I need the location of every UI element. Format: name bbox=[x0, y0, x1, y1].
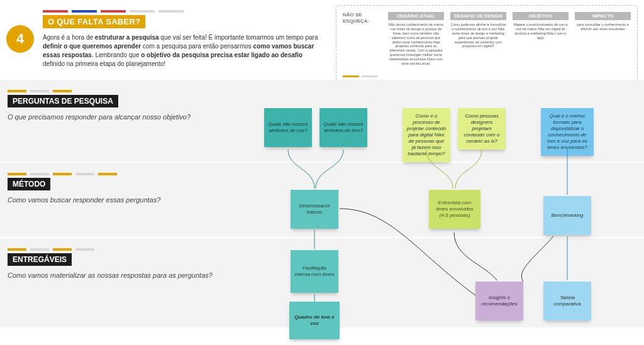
note-m-desk[interactable]: Deskresearch interno bbox=[291, 190, 338, 229]
band-heading: PERGUNTAS DE PESQUISA bbox=[8, 95, 118, 107]
note-e-insight[interactable]: Insights e recomendações bbox=[475, 282, 523, 320]
reminder-panel: NÃO SE ESQUEÇA: CENÁRIO ATUAL Não temos … bbox=[336, 5, 638, 82]
reminder-head: CENÁRIO ATUAL bbox=[388, 12, 444, 20]
reminder-cenario: CENÁRIO ATUAL Não temos conhecimento de … bbox=[388, 12, 444, 66]
band-tabs bbox=[8, 90, 636, 92]
note-e-quadro[interactable]: Quadro de tom e voz bbox=[289, 302, 340, 339]
note-q-voz[interactable]: Quais são nossos atributos de voz? bbox=[264, 108, 312, 147]
intro-paragraph: Agora é a hora de estruturar a pesquisa … bbox=[43, 33, 319, 68]
reminder-text: Como podemos alinhar e consolidar o conh… bbox=[450, 23, 506, 48]
reminder-text: para consolidar o conhecimento e difundi… bbox=[575, 23, 631, 31]
band-sub: Como vamos materializar as nossas respos… bbox=[8, 271, 234, 280]
note-e-fac[interactable]: Facilitação interna com times bbox=[291, 250, 338, 293]
reminder-objetivo: OBJETIVO Mapear o posicionamento de tom … bbox=[513, 12, 569, 66]
note-m-bench[interactable]: Benchmarking bbox=[543, 196, 591, 235]
band-heading: ENTREGÁVEIS bbox=[8, 253, 72, 266]
reminder-label: NÃO SE ESQUEÇA: bbox=[343, 12, 382, 66]
section-title: O QUE FALTA SABER? bbox=[43, 15, 145, 28]
reminder-text: Não temos conhecimento de marca nos time… bbox=[388, 23, 444, 66]
reminder-footer-tabs bbox=[343, 75, 378, 77]
reminder-desafio: DESAFIO DE DESIGN Como podemos alinhar e… bbox=[450, 12, 506, 66]
band-sub: O que precisamos responder para alcançar… bbox=[8, 112, 234, 122]
reminder-impacto: IMPACTO para consolidar o conhecimento e… bbox=[575, 12, 631, 66]
step-number-badge: 4 bbox=[6, 25, 34, 53]
intro-color-tabs bbox=[43, 10, 319, 13]
reminder-head: DESAFIO DE DESIGN bbox=[450, 12, 506, 20]
band-heading: MÉTODO bbox=[8, 178, 50, 190]
note-q-formato[interactable]: Qual é o melhor formato para disponibili… bbox=[541, 108, 594, 156]
reminder-text: Mapear o posicionamento de tom e voz da … bbox=[513, 23, 569, 40]
note-q-proc[interactable]: Como é o processo de projetar conteúdo p… bbox=[402, 108, 450, 162]
reminder-head: IMPACTO bbox=[575, 12, 631, 20]
note-q-design[interactable]: Como pessoas designers projetam conteúdo… bbox=[458, 108, 506, 150]
reminder-head: OBJETIVO bbox=[513, 12, 569, 20]
note-q-tom[interactable]: Quais são nossos atributos de tom? bbox=[319, 108, 367, 147]
note-e-tabela[interactable]: Tabela comparativa bbox=[543, 282, 591, 320]
band-sub: Como vamos buscar responder essas pergun… bbox=[8, 195, 234, 205]
note-m-entrev[interactable]: Entrevista com times envolvidos (4-5 pes… bbox=[429, 190, 480, 229]
band-tabs bbox=[8, 173, 636, 175]
